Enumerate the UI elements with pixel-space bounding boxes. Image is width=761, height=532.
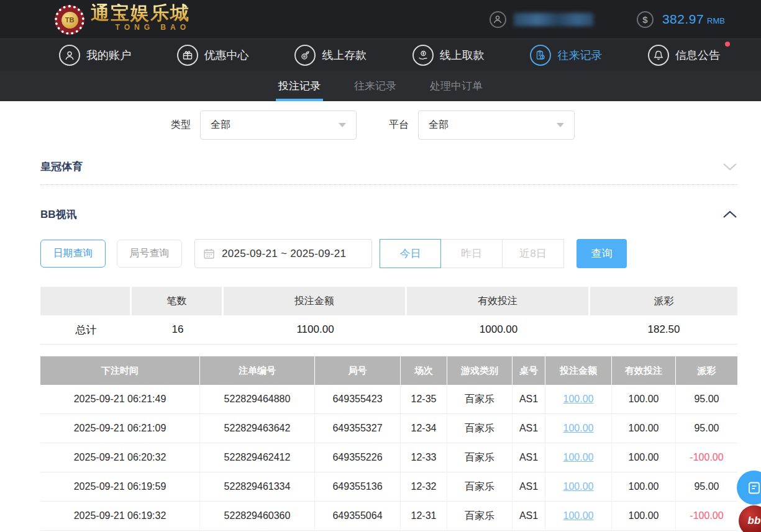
summary-header-row: 笔数 投注金额 有效投注 派彩 — [40, 287, 737, 315]
chevron-down-icon[interactable] — [722, 163, 737, 171]
casino-chip-icon: TB — [55, 5, 84, 35]
nav-item-my-account[interactable]: 我的账户 — [59, 45, 131, 66]
main-nav: 我的账户 优惠中心 线上存款 — [0, 38, 761, 71]
dollar-symbol: $ — [642, 14, 647, 25]
site-logo[interactable]: TB 通宝娱乐城 TONG BAO — [55, 4, 190, 35]
table-row: 2025-09-21 06:19:32522829460360649355064… — [40, 502, 737, 531]
section-crown-sports[interactable]: 皇冠体育 — [40, 158, 737, 174]
tab-pending-orders[interactable]: 处理中订单 — [427, 71, 485, 101]
platform-select-value: 全部 — [429, 119, 449, 132]
table-cell: 100.00 — [612, 414, 676, 443]
platform-select[interactable]: 全部 — [418, 110, 575, 140]
table-cell: -100.00 — [676, 443, 737, 472]
quick-range-group: 今日 昨日 近8日 — [380, 239, 564, 268]
nav-item-announcements[interactable]: 信息公告 — [648, 45, 720, 66]
table-cell[interactable]: 100.00 — [545, 472, 612, 502]
table-row: 2025-09-21 06:21:49522829464880649355423… — [40, 385, 737, 414]
table-cell: 522829463642 — [200, 414, 315, 443]
table-cell: 2025-09-21 06:19:59 — [40, 472, 200, 502]
table-row: 2025-09-21 06:20:32522829462412649355226… — [40, 443, 737, 472]
table-cell: AS1 — [513, 502, 545, 531]
main-content: 类型 全部 平台 全部 皇冠体育 BB视讯 — [0, 110, 761, 531]
table-cell[interactable]: 100.00 — [545, 385, 612, 414]
platform-filter-label: 平台 — [389, 119, 409, 132]
nav-label: 往来记录 — [557, 48, 602, 63]
summary-total-label: 总计 — [40, 315, 132, 345]
table-cell[interactable]: 100.00 — [545, 414, 612, 443]
chevron-down-icon — [557, 123, 564, 127]
section-bb-live[interactable]: BB视讯 — [40, 206, 737, 222]
bet-table-header-cell: 桌号 — [513, 356, 545, 385]
table-cell: AS1 — [513, 385, 545, 414]
bb-logo: bb — [748, 515, 761, 527]
table-row: 2025-09-21 06:21:09522829463642649355327… — [40, 414, 737, 443]
table-cell: 100.00 — [612, 385, 676, 414]
summary-total-valid-bet: 1000.00 — [407, 315, 590, 345]
table-cell: 522829461334 — [200, 472, 315, 502]
today-button[interactable]: 今日 — [380, 239, 441, 268]
bet-table-header-cell: 投注金额 — [545, 356, 612, 385]
chip-badge: TB — [62, 12, 78, 29]
bb-live-title: BB视讯 — [40, 207, 77, 222]
bell-icon — [648, 45, 669, 66]
table-cell: 100.00 — [612, 443, 676, 472]
bet-table-header: 下注时间注单编号局号场次游戏类别桌号投注金额有效投注派彩 — [40, 356, 737, 385]
logo-subtitle: TONG BAO — [91, 24, 190, 31]
type-select[interactable]: 全部 — [200, 110, 357, 140]
summary-header-payout: 派彩 — [590, 287, 737, 315]
table-cell: 95.00 — [676, 414, 737, 443]
table-cell: 百家乐 — [447, 472, 513, 502]
table-cell: 2025-09-21 06:19:32 — [40, 502, 200, 531]
logo-title: 通宝娱乐城 — [91, 4, 190, 22]
table-cell: -100.00 — [676, 502, 737, 531]
nav-label: 优惠中心 — [204, 48, 249, 63]
gift-icon — [177, 45, 198, 66]
table-cell[interactable]: 100.00 — [545, 502, 612, 531]
table-cell: 522829464880 — [200, 385, 315, 414]
withdraw-icon — [412, 45, 434, 66]
table-cell: 百家乐 — [447, 414, 513, 443]
table-cell: 12-32 — [401, 472, 447, 502]
summary-total-count: 16 — [132, 315, 224, 345]
yesterday-button[interactable]: 昨日 — [441, 239, 503, 268]
table-cell: 百家乐 — [447, 502, 513, 531]
user-avatar-icon[interactable] — [490, 11, 506, 28]
bet-table-header-cell: 游戏类别 — [447, 356, 513, 385]
last-8-days-button[interactable]: 近8日 — [503, 239, 564, 268]
table-cell[interactable]: 100.00 — [545, 443, 612, 472]
sub-nav: 投注记录 往来记录 处理中订单 — [0, 71, 761, 101]
table-cell: 522829460360 — [200, 502, 315, 531]
summary-header-bet-amount: 投注金额 — [224, 287, 407, 315]
table-cell: AS1 — [513, 414, 545, 443]
tab-bet-records[interactable]: 投注记录 — [276, 71, 323, 101]
section-divider — [40, 184, 737, 185]
table-cell: 2025-09-21 06:21:49 — [40, 385, 200, 414]
tab-transaction-records[interactable]: 往来记录 — [352, 71, 399, 101]
username-redacted — [514, 13, 593, 26]
nav-item-promotions[interactable]: 优惠中心 — [177, 45, 249, 66]
page: TB 通宝娱乐城 TONG BAO $ 382.97 RMB — [0, 0, 761, 532]
date-range-value: 2025-09-21 ~ 2025-09-21 — [222, 248, 346, 260]
date-range-picker[interactable]: 2025-09-21 ~ 2025-09-21 — [194, 239, 372, 268]
type-filter-label: 类型 — [171, 119, 191, 132]
bet-table-header-cell: 派彩 — [676, 356, 737, 385]
table-cell: 95.00 — [676, 385, 737, 414]
account-icon — [59, 45, 80, 66]
summary-total-bet-amount: 1100.00 — [224, 315, 407, 345]
balance-amount[interactable]: 382.97 — [662, 12, 704, 27]
table-cell: 12-35 — [401, 385, 447, 414]
nav-item-deposit[interactable]: 线上存款 — [294, 45, 367, 66]
round-query-button[interactable]: 局号查询 — [117, 240, 182, 268]
summary-header-valid-bet: 有效投注 — [407, 287, 590, 315]
person-icon — [493, 14, 503, 24]
nav-item-transaction-records[interactable]: 往来记录 — [530, 45, 602, 66]
date-query-button[interactable]: 日期查询 — [40, 240, 106, 268]
deposit-icon — [294, 45, 316, 66]
table-cell: AS1 — [513, 443, 545, 472]
table-row: 2025-09-21 06:19:59522829461334649355136… — [40, 472, 737, 502]
chevron-up-icon[interactable] — [722, 210, 737, 219]
table-cell: 649355226 — [315, 443, 401, 472]
search-button[interactable]: 查询 — [576, 239, 627, 268]
nav-item-withdraw[interactable]: 线上取款 — [412, 45, 485, 66]
table-cell: 12-33 — [401, 443, 447, 472]
